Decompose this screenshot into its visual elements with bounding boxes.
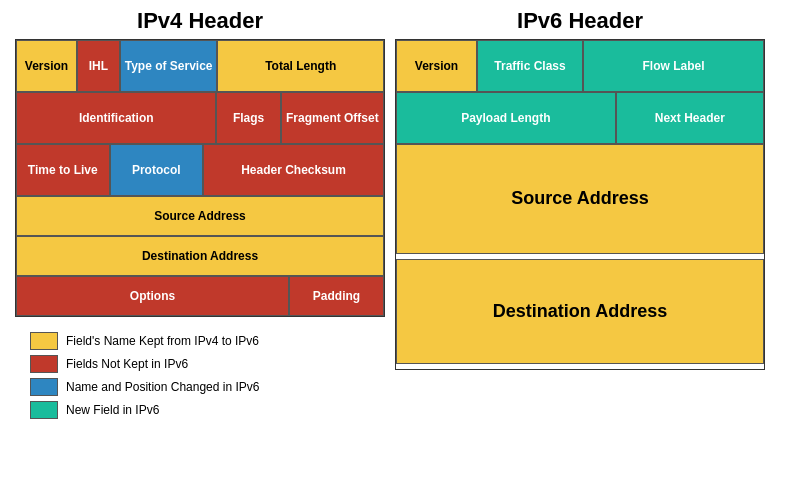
- ipv4-row-6: Options Padding: [16, 276, 384, 316]
- ipv6-title: IPv6 Header: [395, 0, 765, 39]
- legend-item-teal: New Field in IPv6: [30, 401, 370, 419]
- ipv4-dest-address: Destination Address: [16, 236, 384, 276]
- ipv4-tos: Type of Service: [120, 40, 218, 92]
- ipv4-protocol: Protocol: [110, 144, 204, 196]
- legend-color-red: [30, 355, 58, 373]
- ipv6-row-3: Source Address: [396, 144, 764, 259]
- legend-item-blue: Name and Position Changed in IPv6: [30, 378, 370, 396]
- ipv4-source-address: Source Address: [16, 196, 384, 236]
- ipv6-flow-label: Flow Label: [583, 40, 764, 92]
- ipv6-next-header: Next Header: [616, 92, 764, 144]
- ipv6-version: Version: [396, 40, 477, 92]
- legend-item-red: Fields Not Kept in IPv6: [30, 355, 370, 373]
- ipv4-row-5: Destination Address: [16, 236, 384, 276]
- ipv4-header-checksum: Header Checksum: [203, 144, 384, 196]
- main-content: IPv4 Header Version IHL Type of Service …: [0, 0, 800, 500]
- ipv6-source-address: Source Address: [396, 144, 764, 254]
- ipv6-grid: Version Traffic Class Flow Label Payload…: [395, 39, 765, 370]
- legend-label-teal: New Field in IPv6: [66, 403, 159, 417]
- ipv4-version: Version: [16, 40, 77, 92]
- ipv6-row-2: Payload Length Next Header: [396, 92, 764, 144]
- legend-item-yellow: Field's Name Kept from IPv4 to IPv6: [30, 332, 370, 350]
- legend-label-yellow: Field's Name Kept from IPv4 to IPv6: [66, 334, 259, 348]
- legend-color-yellow: [30, 332, 58, 350]
- legend: Field's Name Kept from IPv4 to IPv6 Fiel…: [15, 322, 385, 429]
- ipv6-payload-length: Payload Length: [396, 92, 616, 144]
- ipv6-section: IPv6 Header Version Traffic Class Flow L…: [390, 0, 770, 500]
- ipv4-section: IPv4 Header Version IHL Type of Service …: [10, 0, 390, 500]
- ipv4-flags: Flags: [216, 92, 280, 144]
- ipv4-row-1: Version IHL Type of Service Total Length: [16, 40, 384, 92]
- ipv4-options: Options: [16, 276, 289, 316]
- ipv4-fragment-offset: Fragment Offset: [281, 92, 384, 144]
- ipv4-ihl: IHL: [77, 40, 120, 92]
- ipv4-row-3: Time to Live Protocol Header Checksum: [16, 144, 384, 196]
- legend-label-red: Fields Not Kept in IPv6: [66, 357, 188, 371]
- ipv4-padding: Padding: [289, 276, 384, 316]
- ipv4-row-2: Identification Flags Fragment Offset: [16, 92, 384, 144]
- ipv6-traffic-class: Traffic Class: [477, 40, 583, 92]
- ipv4-ttl: Time to Live: [16, 144, 110, 196]
- ipv6-dest-address: Destination Address: [396, 259, 764, 364]
- ipv4-identification: Identification: [16, 92, 216, 144]
- ipv6-row-1: Version Traffic Class Flow Label: [396, 40, 764, 92]
- ipv4-total-length: Total Length: [217, 40, 384, 92]
- ipv6-row-4: Destination Address: [396, 259, 764, 369]
- ipv4-row-4: Source Address: [16, 196, 384, 236]
- legend-label-blue: Name and Position Changed in IPv6: [66, 380, 259, 394]
- ipv4-title: IPv4 Header: [15, 0, 385, 39]
- ipv4-grid: Version IHL Type of Service Total Length…: [15, 39, 385, 317]
- legend-color-teal: [30, 401, 58, 419]
- legend-color-blue: [30, 378, 58, 396]
